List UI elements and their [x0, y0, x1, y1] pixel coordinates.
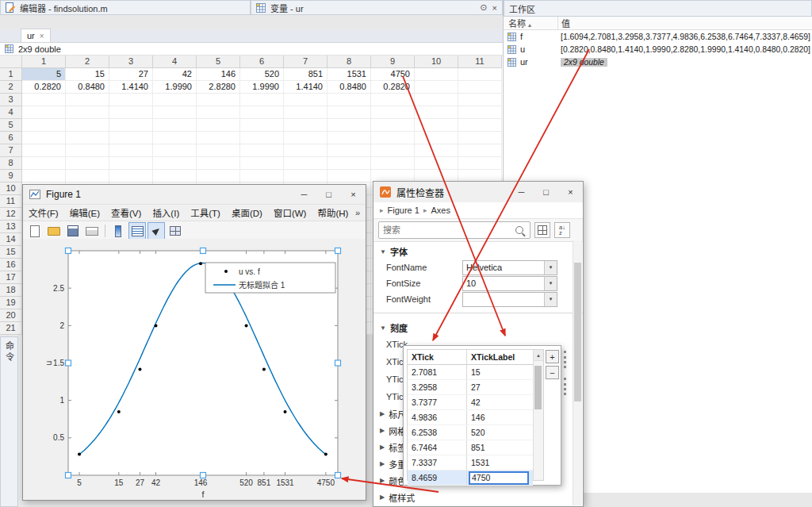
scroll-up-button[interactable]: ▲ [534, 350, 543, 361]
grid-cell[interactable] [22, 144, 66, 157]
grid-row-header[interactable]: 6 [0, 132, 22, 144]
grid-row-header[interactable]: 20 [0, 309, 22, 322]
sort-button[interactable]: a↓z [554, 222, 570, 238]
grid-cell[interactable]: 851 [284, 68, 327, 81]
tick-table-cell[interactable]: 3.2958 [408, 382, 466, 392]
grid-cell[interactable] [22, 157, 66, 170]
grid-cell[interactable] [153, 144, 197, 157]
variable-tab-ur[interactable]: ur × [21, 29, 51, 42]
tick-table-cell[interactable]: 2.7081 [408, 367, 466, 377]
open-file-button[interactable] [45, 222, 63, 240]
grid-cell[interactable] [371, 132, 415, 144]
drag-grip[interactable] [564, 351, 566, 368]
tick-table-cell[interactable]: 15 [466, 365, 533, 379]
grid-cell[interactable] [284, 119, 327, 132]
grid-cell[interactable] [458, 132, 502, 144]
workspace-value-header[interactable]: 值 [557, 17, 812, 29]
grid-cell[interactable] [197, 170, 240, 182]
tick-table-cell[interactable]: 4750 [466, 471, 533, 485]
section-font[interactable]: ▼ 字体 [373, 244, 583, 259]
grid-cell[interactable]: 1.4140 [284, 81, 327, 94]
scrollbar-thumb[interactable] [534, 366, 542, 409]
grid-row-header[interactable]: 18 [0, 284, 22, 297]
print-button[interactable] [83, 222, 101, 240]
grid-cell[interactable]: 5 [22, 68, 66, 81]
grid-row-header[interactable]: 1 [0, 68, 22, 81]
grid-cell[interactable] [66, 94, 109, 106]
panel-close-icon[interactable]: × [492, 3, 497, 13]
grid-cell[interactable] [327, 144, 371, 157]
grid-cell[interactable] [66, 157, 109, 170]
grid-cell[interactable] [109, 170, 153, 182]
grid-row-header[interactable]: 15 [0, 246, 22, 259]
grid-col-header[interactable]: 1 [22, 56, 66, 68]
grid-cell[interactable] [284, 157, 327, 170]
grid-col-header[interactable]: 6 [240, 56, 284, 68]
minimize-button[interactable]: ─ [292, 185, 316, 204]
figure-menu-item[interactable]: 窗口(W) [268, 206, 312, 219]
grid-cell[interactable] [153, 119, 197, 132]
grid-cell[interactable] [415, 94, 458, 106]
tick-table-row[interactable]: 6.2538520 [408, 425, 533, 440]
grid-cell[interactable] [109, 119, 153, 132]
save-button[interactable] [64, 222, 82, 240]
grid-cell[interactable] [22, 170, 66, 182]
grid-cell[interactable] [371, 144, 415, 157]
grid-col-header[interactable]: 8 [327, 56, 371, 68]
grid-row-header[interactable]: 7 [0, 144, 22, 157]
add-tick-button[interactable]: + [546, 350, 559, 363]
grid-cell[interactable]: 0.8480 [66, 81, 109, 94]
tick-table-cell[interactable]: 146 [466, 410, 533, 424]
tick-table-row[interactable]: 4.9836146 [408, 410, 533, 425]
grid-cell[interactable]: 1531 [327, 68, 371, 81]
grid-row-header[interactable]: 5 [0, 119, 22, 132]
grid-cell[interactable] [458, 157, 502, 170]
grid-cell[interactable]: 146 [197, 68, 240, 81]
tick-table-cell[interactable]: 851 [466, 440, 533, 455]
tick-table-cell[interactable]: 520 [466, 425, 533, 440]
figure-menu-item[interactable]: 文件(F) [23, 206, 64, 219]
grid-cell[interactable]: 1.9990 [153, 81, 197, 94]
grid-cell[interactable] [109, 94, 153, 106]
tick-label-edit-field[interactable]: 4750 [469, 471, 529, 485]
grid-cell[interactable] [22, 94, 66, 106]
grid-cell[interactable] [327, 119, 371, 132]
grid-cell[interactable] [415, 132, 458, 144]
tick-table-row[interactable]: 8.46594750 [408, 471, 533, 486]
grid-cell[interactable] [197, 106, 240, 119]
panel-options-icon[interactable]: ⊙ [480, 2, 487, 13]
grid-cell[interactable] [458, 106, 502, 119]
grid-cell[interactable] [197, 94, 240, 106]
grid-cell[interactable] [153, 132, 197, 144]
grid-cell[interactable] [197, 144, 240, 157]
grid-cell[interactable] [240, 106, 284, 119]
tick-table-cell[interactable]: 3.7377 [408, 398, 466, 407]
grid-row-header[interactable]: 8 [0, 157, 22, 170]
edit-plot-button[interactable] [147, 222, 165, 240]
grid-cell[interactable] [415, 81, 458, 94]
grid-row-header[interactable]: 9 [0, 170, 22, 182]
grid-row-header[interactable]: 3 [0, 94, 22, 106]
insert-colorbar-button[interactable] [109, 222, 127, 240]
figure-menu-item[interactable]: 桌面(D) [226, 206, 268, 219]
grid-cell[interactable] [153, 94, 197, 106]
grid-cell[interactable] [22, 106, 66, 119]
new-figure-button[interactable] [26, 222, 44, 240]
figure-canvas[interactable]: 5152742146520851153147500.511.522.5u vs.… [23, 239, 366, 500]
chevron-down-icon[interactable]: ▾ [544, 261, 557, 275]
workspace-row[interactable]: u[0.2820,0.8480,1.4140,1.9990,2.8280,1.9… [504, 43, 812, 56]
tick-table-cell[interactable]: 6.7464 [408, 443, 466, 452]
tick-table-row[interactable]: 3.737742 [408, 395, 533, 410]
grid-cell[interactable] [240, 119, 284, 132]
grid-cell[interactable] [66, 106, 109, 119]
grid-cell[interactable] [371, 94, 415, 106]
tick-table-row[interactable]: 7.33371531 [408, 455, 533, 471]
grid-cell[interactable] [415, 68, 458, 81]
grid-col-header[interactable]: 5 [197, 56, 240, 68]
figure-menu-item[interactable]: 查看(V) [105, 206, 147, 219]
grid-cell[interactable] [153, 157, 197, 170]
grid-cell[interactable] [66, 144, 109, 157]
grid-cell[interactable] [109, 157, 153, 170]
grid-cell[interactable] [327, 94, 371, 106]
grid-cell[interactable] [197, 157, 240, 170]
